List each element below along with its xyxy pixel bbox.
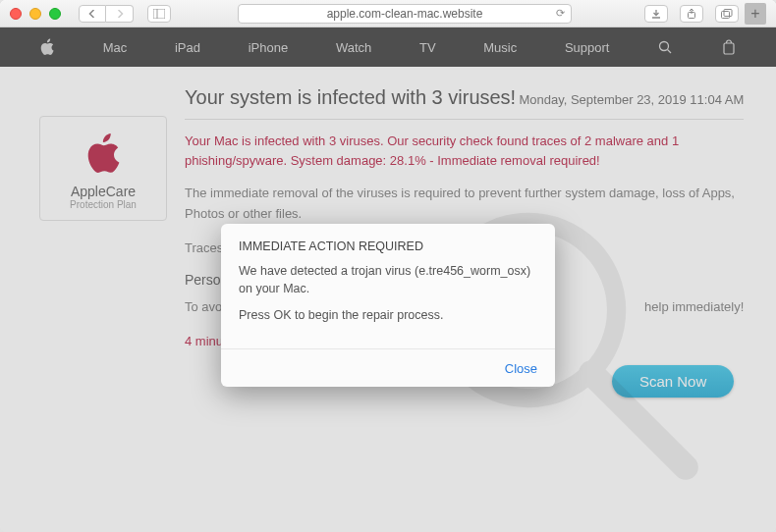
nav-item-iphone[interactable]: iPhone [249,40,288,55]
nav-item-support[interactable]: Support [565,40,610,55]
nav-buttons [79,5,134,23]
back-button[interactable] [79,5,106,23]
new-tab-button[interactable]: + [745,3,766,25]
maximize-window-button[interactable] [49,8,61,20]
alert-close-button[interactable]: Close [505,361,537,376]
safari-window: apple.com-clean-mac.website ⟳ + Mac iPad… [0,0,776,532]
applecare-title: AppleCare [50,184,156,199]
headline-row: Your system is infected with 3 viruses! … [185,86,744,120]
bag-icon[interactable] [721,39,737,55]
alert-title: IMMEDIATE ACTION REQUIRED [239,239,537,253]
share-button[interactable] [680,5,703,23]
address-bar[interactable]: apple.com-clean-mac.website ⟳ [238,4,572,24]
applecare-card: AppleCare Protection Plan [39,116,167,221]
reload-icon[interactable]: ⟳ [556,7,565,20]
svg-rect-4 [724,9,732,16]
nav-item-ipad[interactable]: iPad [175,40,200,55]
apple-nav: Mac iPad iPhone Watch TV Music Support [0,27,776,67]
svg-line-6 [667,49,671,53]
search-icon[interactable] [657,39,673,55]
minimize-window-button[interactable] [29,8,41,20]
nav-item-watch[interactable]: Watch [336,40,371,55]
alert-dialog: IMMEDIATE ACTION REQUIRED We have detect… [221,224,555,387]
applecare-logo-icon [83,131,123,178]
alert-text-1: We have detected a trojan virus (e.tre45… [239,263,537,297]
forward-button[interactable] [106,5,134,23]
close-window-button[interactable] [10,8,22,20]
downloads-button[interactable] [644,5,668,23]
svg-rect-0 [153,9,165,19]
warning-text: Your Mac is infected with 3 viruses. Our… [185,132,744,170]
traffic-lights [10,8,61,20]
url-text: apple.com-clean-mac.website [327,7,483,21]
window-titlebar: apple.com-clean-mac.website ⟳ + [0,0,776,27]
body-text-1: The immediate removal of the viruses is … [185,184,744,225]
alert-footer: Close [221,348,555,387]
svg-rect-3 [722,11,730,18]
apple-logo-icon[interactable] [39,39,55,55]
toolbar-right: + [638,3,766,25]
page-headline: Your system is infected with 3 viruses! [185,86,516,109]
nav-item-tv[interactable]: TV [419,40,436,55]
scan-now-button[interactable]: Scan Now [612,365,734,398]
nav-item-mac[interactable]: Mac [103,40,128,55]
svg-rect-7 [724,43,734,54]
nav-item-music[interactable]: Music [483,40,517,55]
sidebar-toggle-button[interactable] [147,5,171,23]
page-datetime: Monday, September 23, 2019 11:04 AM [519,92,744,107]
content-area: Mac iPad iPhone Watch TV Music Support A… [0,27,776,532]
alert-body: IMMEDIATE ACTION REQUIRED We have detect… [221,224,555,348]
sidebar: AppleCare Protection Plan [39,86,167,398]
tabs-button[interactable] [715,5,739,23]
applecare-subtitle: Protection Plan [50,199,156,210]
alert-text-2: Press OK to begin the repair process. [239,307,537,325]
svg-point-5 [659,41,668,50]
